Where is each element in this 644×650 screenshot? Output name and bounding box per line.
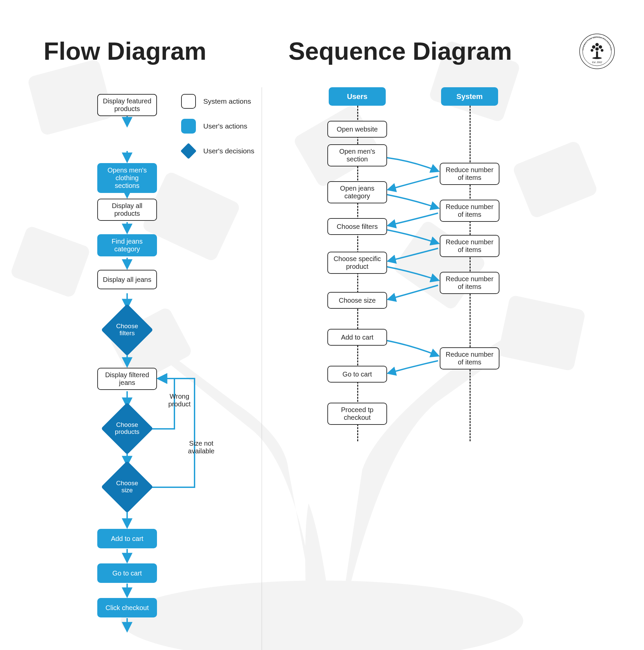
flow-diagram-title: Flow Diagram [44,37,206,65]
svg-point-17 [601,49,603,52]
sequence-diagram-title: Sequence Diagram [289,37,512,65]
flow-add-to-cart: Add to cart [97,529,157,548]
svg-text:Est. 2002: Est. 2002 [592,61,602,64]
svg-point-14 [595,43,599,46]
flow-decision-choose-filters: Choose filters [109,312,146,348]
flow-label-size-not-available: Size not available [181,440,221,455]
svg-point-18 [595,47,599,51]
svg-point-19 [592,57,602,59]
svg-point-16 [591,49,593,52]
flow-decision-choose-products: Choose products [109,410,146,447]
svg-point-13 [592,45,595,49]
svg-point-15 [599,45,602,49]
svg-rect-12 [596,51,598,58]
flow-open-mens: Opens men's clothing sections [97,163,157,193]
flow-decision-choose-size: Choose size [109,468,146,505]
flow-display-filtered-jeans: Display filtered jeans [97,368,157,390]
flow-display-featured: Display featured products [97,94,157,116]
svg-rect-8 [10,225,91,299]
flow-display-all-jeans: Display all jeans [97,270,157,289]
idf-logo: INTERACTION DESIGN FOUNDATION Est. 2002 [579,33,615,70]
seq-arrows [319,87,567,456]
flow-go-to-cart: Go to cart [97,564,157,583]
flow-display-all-products: Display all products [97,198,157,221]
flow-click-checkout: Click checkout [97,598,157,617]
flow-find-jeans: Find jeans category [97,234,157,256]
flow-label-wrong-product: Wrong product [159,393,199,408]
